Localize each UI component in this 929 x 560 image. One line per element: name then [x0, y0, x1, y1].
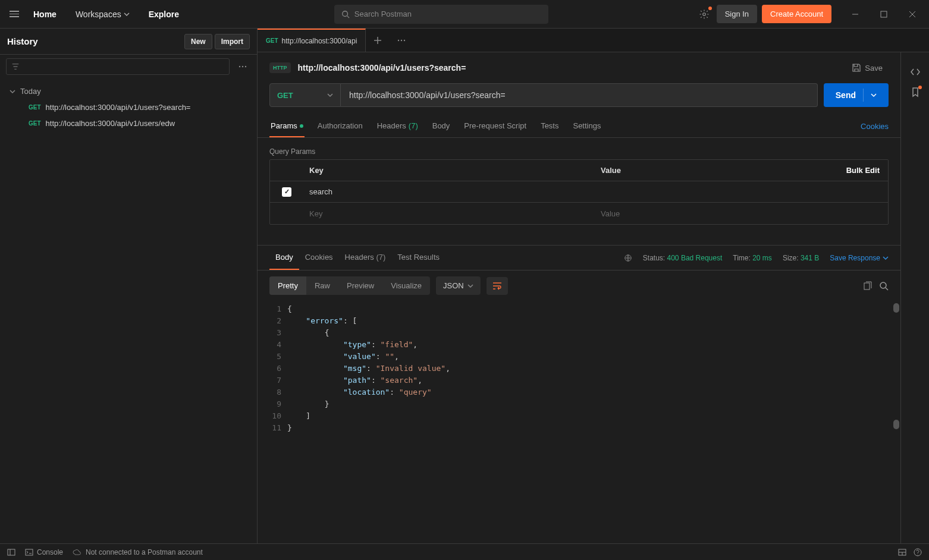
- svg-rect-13: [26, 549, 33, 555]
- help-button[interactable]: [914, 548, 922, 556]
- sidebar-more-button[interactable]: [234, 58, 251, 75]
- content-row: HTTP http://localhost:3000/api/v1/users?…: [258, 52, 929, 543]
- globe-icon[interactable]: [624, 254, 632, 262]
- tab-authorization[interactable]: Authorization: [316, 115, 364, 137]
- params-section: Query Params Key Value Bulk Edit ✓: [258, 138, 900, 227]
- method-select[interactable]: GET: [269, 83, 341, 107]
- params-key-header: Key: [303, 166, 595, 175]
- create-account-button[interactable]: Create Account: [762, 5, 831, 23]
- resp-tab-headers[interactable]: Headers (7): [339, 246, 392, 270]
- close-button[interactable]: [903, 5, 922, 24]
- code-snippet-button[interactable]: [910, 67, 921, 77]
- resp-tab-testresults[interactable]: Test Results: [391, 246, 445, 270]
- status-text: Bad Request: [681, 254, 722, 262]
- response-pane: Body Cookies Headers (7) Test Results St…: [258, 245, 900, 543]
- nav-home[interactable]: Home: [26, 5, 64, 24]
- request-tabs: Params Authorization Headers (7) Body Pr…: [258, 115, 900, 138]
- search-response-button[interactable]: [879, 281, 889, 291]
- save-response-button[interactable]: Save Response: [830, 254, 889, 262]
- svg-rect-2: [881, 11, 887, 17]
- history-item[interactable]: GET http://localhost:3000/api/v1/users/e…: [0, 115, 257, 131]
- minimize-button[interactable]: [846, 5, 865, 24]
- history-filter-input[interactable]: [6, 58, 230, 75]
- nav-workspaces-label: Workspaces: [76, 10, 121, 19]
- request-header-left: HTTP http://localhost:3000/api/v1/users?…: [269, 62, 466, 73]
- search-icon: [879, 281, 889, 291]
- size-value: 341 B: [801, 254, 819, 262]
- nav-workspaces[interactable]: Workspaces: [68, 5, 137, 24]
- history-item[interactable]: GET http://localhost:3000/api/v1/users?s…: [0, 99, 257, 115]
- view-preview-button[interactable]: Preview: [338, 276, 382, 295]
- request-tab[interactable]: GET http://localhost:3000/api: [258, 29, 366, 52]
- tab-headers[interactable]: Headers (7): [376, 115, 419, 137]
- help-icon: [914, 548, 922, 556]
- connection-status[interactable]: Not connected to a Postman account: [73, 548, 203, 556]
- code-scrollbar-thumb[interactable]: [893, 420, 899, 429]
- chevron-down-icon: [871, 92, 877, 98]
- method-badge: GET: [29, 104, 41, 111]
- settings-button[interactable]: [696, 7, 712, 22]
- response-view-group: Pretty Raw Preview Visualize: [269, 276, 430, 295]
- tab-body[interactable]: Body: [431, 115, 451, 137]
- view-visualize-button[interactable]: Visualize: [382, 276, 430, 295]
- cookies-link[interactable]: Cookies: [861, 116, 889, 137]
- view-pretty-button[interactable]: Pretty: [269, 276, 306, 295]
- svg-point-1: [702, 12, 705, 15]
- resp-tab-body[interactable]: Body: [269, 246, 299, 270]
- tab-settings[interactable]: Settings: [572, 115, 602, 137]
- history-url: http://localhost:3000/api/v1/users?searc…: [46, 103, 191, 112]
- wrap-lines-button[interactable]: [487, 277, 508, 295]
- chevron-down-icon: [467, 283, 473, 289]
- time-group: Time: 20 ms: [733, 254, 772, 262]
- request-title: http://localhost:3000/api/v1/users?searc…: [298, 63, 466, 73]
- save-button[interactable]: Save: [846, 59, 889, 76]
- tab-prerequest[interactable]: Pre-request Script: [463, 115, 528, 137]
- tab-params-label: Params: [271, 121, 297, 130]
- response-meta: Status: 400 Bad Request Time: 20 ms Size…: [624, 254, 889, 262]
- chevron-down-icon: [10, 89, 15, 95]
- new-button[interactable]: New: [184, 34, 212, 49]
- param-key-input[interactable]: search: [303, 187, 595, 196]
- sidebar-toggle-button[interactable]: [7, 549, 15, 556]
- svg-point-8: [404, 39, 405, 40]
- chevron-down-icon: [124, 11, 130, 17]
- response-tabs: Body Cookies Headers (7) Test Results St…: [258, 246, 900, 270]
- send-divider: [863, 89, 864, 102]
- resp-tab-cookies[interactable]: Cookies: [299, 246, 339, 270]
- hamburger-menu-icon[interactable]: [7, 7, 21, 21]
- send-button[interactable]: Send: [824, 83, 889, 107]
- search-input[interactable]: Search Postman: [334, 5, 548, 24]
- main-area: History New Import Today GET http://loca…: [0, 29, 929, 543]
- copy-button[interactable]: [862, 281, 872, 291]
- history-date-toggle[interactable]: Today: [0, 83, 257, 99]
- url-input[interactable]: http://localhost:3000/api/v1/users?searc…: [341, 83, 818, 107]
- param-checkbox[interactable]: ✓: [282, 187, 291, 197]
- svg-point-11: [880, 282, 886, 288]
- signin-button[interactable]: Sign In: [717, 5, 757, 23]
- nav-explore[interactable]: Explore: [142, 5, 186, 24]
- response-body-code[interactable]: 1234567891011 { "errors": [ { "type": "f…: [258, 301, 900, 543]
- tab-params[interactable]: Params: [269, 115, 305, 137]
- param-value-placeholder[interactable]: Value: [595, 209, 871, 218]
- tabs-more-button[interactable]: [390, 29, 413, 52]
- maximize-button[interactable]: [874, 5, 893, 24]
- bulk-edit-button[interactable]: Bulk Edit: [838, 166, 888, 175]
- format-select[interactable]: JSON: [436, 276, 481, 295]
- search-placeholder: Search Postman: [354, 10, 412, 18]
- view-raw-button[interactable]: Raw: [306, 276, 338, 295]
- layout-toggle-button[interactable]: [898, 548, 906, 556]
- import-button[interactable]: Import: [215, 34, 250, 49]
- resp-tab-headers-count: (7): [376, 253, 385, 262]
- search-icon: [341, 10, 350, 18]
- history-date-label: Today: [20, 87, 41, 96]
- bookmark-button[interactable]: [910, 87, 921, 97]
- param-key-placeholder[interactable]: Key: [303, 209, 595, 218]
- add-tab-button[interactable]: [366, 29, 390, 52]
- code-scrollbar-thumb[interactable]: [893, 303, 899, 313]
- params-indicator-icon: [300, 124, 303, 128]
- params-checkbox-cell: ✓: [270, 187, 303, 197]
- size-label: Size:: [783, 254, 799, 262]
- tab-tests[interactable]: Tests: [539, 115, 560, 137]
- top-right: Sign In Create Account: [696, 5, 922, 24]
- console-button[interactable]: Console: [25, 548, 63, 556]
